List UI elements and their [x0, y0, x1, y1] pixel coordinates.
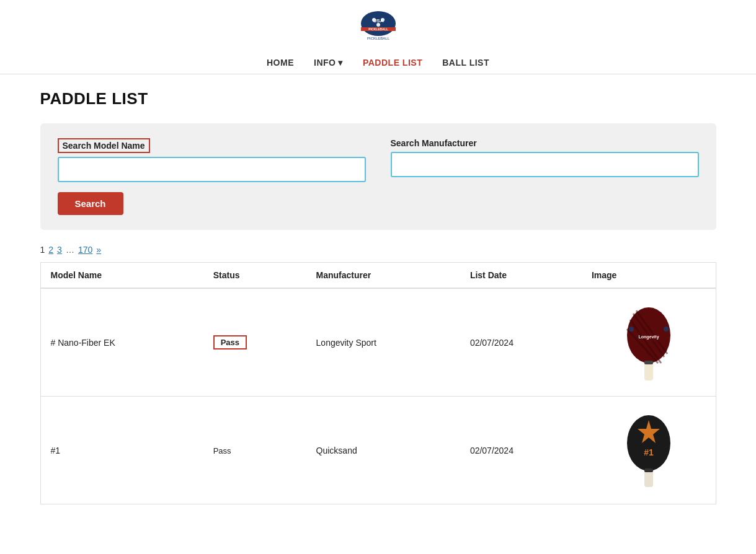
paddle-table: Model Name Status Manufacturer List Date… [40, 262, 716, 504]
svg-text:PICKLEBALL: PICKLEBALL [367, 37, 389, 40]
page-2[interactable]: 2 [48, 245, 53, 255]
model-name-input[interactable] [58, 157, 366, 182]
model-name-field: Search Model Name [58, 138, 366, 182]
cell-model-name: # Nano-Fiber EK [40, 288, 203, 397]
model-name-label: Search Model Name [58, 138, 366, 153]
header: USA PICKLEBALL PICKLEBALL HOME INFO ▾ PA… [0, 0, 756, 74]
cell-image: #1 Quicksand [582, 397, 716, 504]
col-model-name: Model Name [40, 263, 203, 289]
search-button[interactable]: Search [58, 192, 123, 215]
pagination: 1 2 3 … 170 » [40, 245, 716, 255]
table-body: # Nano-Fiber EK Pass Longevity Sport 02/… [40, 288, 716, 504]
svg-text:USA: USA [373, 18, 383, 24]
nav-paddle-list[interactable]: PADDLE LIST [363, 58, 422, 68]
search-row: Search Model Name Search Manufacturer [58, 138, 699, 182]
cell-list-date: 02/07/2024 [460, 397, 582, 504]
paddle-image-longevity: Longevity [624, 301, 674, 382]
svg-text:#1: #1 [644, 447, 654, 457]
page-1[interactable]: 1 [40, 245, 45, 255]
cell-list-date: 02/07/2024 [460, 288, 582, 397]
manufacturer-field: Search Manufacturer [391, 138, 699, 182]
svg-rect-22 [644, 470, 653, 487]
svg-rect-16 [644, 362, 653, 380]
col-manufacturer: Manufacturer [306, 263, 460, 289]
status-text: Pass [213, 446, 231, 455]
cell-status: Pass [203, 288, 306, 397]
cell-manufacturer: Quicksand [306, 397, 460, 504]
main-content: PADDLE LIST Search Model Name Search Man… [28, 74, 729, 519]
table-row: # Nano-Fiber EK Pass Longevity Sport 02/… [40, 288, 716, 397]
svg-text:Quicksand: Quicksand [641, 412, 656, 416]
cell-manufacturer: Longevity Sport [306, 288, 460, 397]
col-image: Image [582, 263, 716, 289]
cell-image: Longevity [582, 288, 716, 397]
page-3[interactable]: 3 [57, 245, 62, 255]
manufacturer-label: Search Manufacturer [391, 138, 699, 148]
chevron-down-icon: ▾ [338, 58, 343, 68]
svg-point-15 [664, 327, 669, 332]
usa-pickleball-logo: USA PICKLEBALL PICKLEBALL [350, 10, 406, 44]
paddle-image-quicksand: #1 Quicksand [624, 409, 674, 490]
col-list-date: List Date [460, 263, 582, 289]
nav-home[interactable]: HOME [267, 58, 294, 68]
page-next[interactable]: » [96, 245, 101, 255]
nav-info[interactable]: INFO ▾ [314, 58, 343, 68]
svg-rect-17 [644, 361, 653, 364]
logo-area: USA PICKLEBALL PICKLEBALL [350, 10, 406, 44]
svg-text:PICKLEBALL: PICKLEBALL [368, 27, 388, 31]
svg-text:Longevity: Longevity [638, 335, 659, 340]
page-title: PADDLE LIST [40, 89, 716, 108]
svg-rect-23 [644, 468, 653, 472]
table-row: #1 Pass Quicksand 02/07/2024 #1 [40, 397, 716, 504]
page-170[interactable]: 170 [78, 245, 92, 255]
col-status: Status [203, 263, 306, 289]
svg-point-14 [629, 327, 634, 332]
manufacturer-input[interactable] [391, 152, 699, 177]
page-ellipsis: … [66, 245, 74, 255]
status-badge: Pass [213, 335, 247, 350]
main-nav: HOME INFO ▾ PADDLE LIST BALL LIST [267, 51, 489, 74]
nav-ball-list[interactable]: BALL LIST [442, 58, 489, 68]
cell-model-name: #1 [40, 397, 203, 504]
search-panel: Search Model Name Search Manufacturer Se… [40, 123, 716, 230]
model-name-label-text: Search Model Name [58, 138, 150, 153]
table-header: Model Name Status Manufacturer List Date… [40, 263, 716, 289]
cell-status: Pass [203, 397, 306, 504]
